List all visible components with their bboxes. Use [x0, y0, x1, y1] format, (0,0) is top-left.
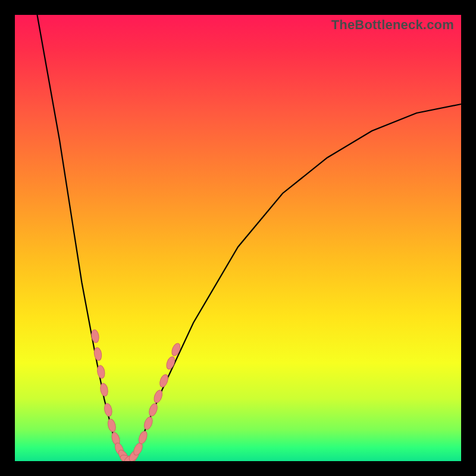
marker-bead — [165, 356, 176, 371]
marker-bead — [93, 347, 102, 361]
marker-bead — [137, 430, 149, 445]
marker-bead — [143, 416, 154, 431]
marker-bead — [158, 374, 170, 389]
marker-bead — [148, 402, 159, 417]
bottleneck-curve — [37, 15, 462, 461]
marker-bead — [104, 403, 113, 417]
marker-bead — [107, 418, 117, 433]
marker-bead — [170, 342, 181, 357]
marker-bead — [90, 329, 99, 343]
curve-layer — [15, 15, 461, 461]
plot-frame: TheBottleneck.com — [15, 15, 461, 461]
marker-bead — [96, 365, 106, 379]
marker-group — [90, 329, 181, 461]
marker-bead — [99, 383, 109, 397]
chart-stage: TheBottleneck.com — [0, 0, 476, 476]
